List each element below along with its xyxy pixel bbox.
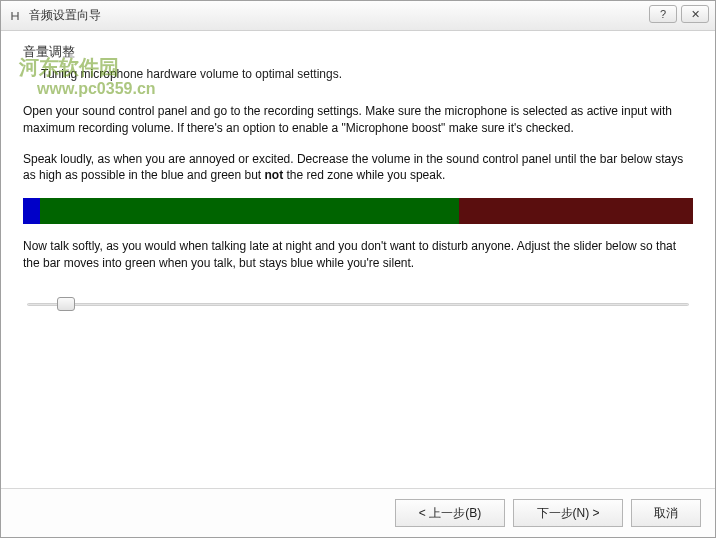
sensitivity-slider[interactable] — [27, 294, 689, 314]
content-area: 河东软件园 www.pc0359.cn 音量调整 Tuning micropho… — [1, 31, 715, 488]
slider-track-line — [27, 303, 689, 306]
wizard-footer: < 上一步(B) 下一步(N) > 取消 — [1, 488, 715, 537]
back-button[interactable]: < 上一步(B) — [395, 499, 505, 527]
titlebar-controls: ? ✕ — [649, 5, 709, 23]
help-button[interactable]: ? — [649, 5, 677, 23]
page-subheading: Tuning microphone hardware volume to opt… — [41, 67, 693, 81]
para2-part-b: the red zone while you speak. — [283, 168, 445, 182]
volume-zone-green — [40, 198, 459, 224]
page-heading: 音量调整 — [23, 43, 693, 61]
next-button[interactable]: 下一步(N) > — [513, 499, 623, 527]
volume-meter — [23, 198, 693, 224]
wizard-window: 音频设置向导 ? ✕ 河东软件园 www.pc0359.cn 音量调整 Tuni… — [0, 0, 716, 538]
sensitivity-slider-wrap — [23, 286, 693, 314]
para2-bold: not — [265, 168, 284, 182]
volume-zone-blue — [23, 198, 40, 224]
instruction-para-2: Speak loudly, as when you are annoyed or… — [23, 151, 693, 185]
slider-thumb[interactable] — [57, 297, 75, 311]
close-button[interactable]: ✕ — [681, 5, 709, 23]
instruction-para-3: Now talk softly, as you would when talki… — [23, 238, 693, 272]
window-title: 音频设置向导 — [29, 7, 101, 24]
titlebar: 音频设置向导 ? ✕ — [1, 1, 715, 31]
volume-zone-red — [459, 198, 694, 224]
instruction-para-1: Open your sound control panel and go to … — [23, 103, 693, 137]
watermark-url: www.pc0359.cn — [37, 79, 156, 98]
app-icon — [7, 8, 23, 24]
cancel-button[interactable]: 取消 — [631, 499, 701, 527]
